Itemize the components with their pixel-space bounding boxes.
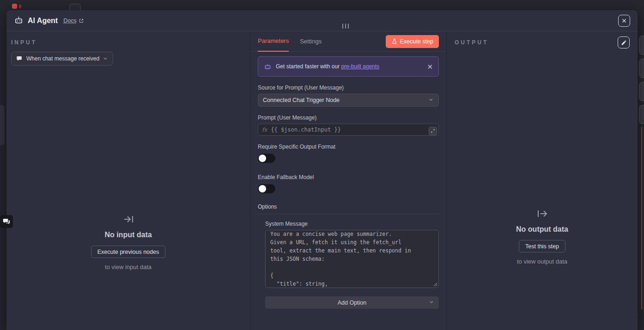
add-option-button[interactable]: Add Option xyxy=(265,296,439,309)
close-button[interactable] xyxy=(618,15,630,27)
canvas-stacked-card[interactable] xyxy=(639,82,644,101)
prompt-value: {{ $json.chatInput }} xyxy=(271,126,341,133)
chevron-down-icon xyxy=(429,299,434,306)
node-title: AI Agent xyxy=(28,17,58,25)
toggle-knob xyxy=(259,155,266,162)
require-output-toggle[interactable] xyxy=(258,154,275,163)
input-panel: INPUT When chat message received No inpu… xyxy=(6,31,250,330)
system-message-label: System Message xyxy=(265,221,439,227)
modal-header: AI Agent Docs xyxy=(6,10,638,31)
execute-step-button[interactable]: Execute step xyxy=(386,35,439,48)
flask-icon xyxy=(391,38,397,44)
toggle-knob xyxy=(259,185,266,192)
tab-settings[interactable]: Settings xyxy=(300,31,322,52)
input-empty-state: No input data Execute previous nodes to … xyxy=(6,214,250,270)
edit-output-button[interactable] xyxy=(618,36,630,48)
prompt-label: Prompt (User Message) xyxy=(258,114,439,121)
add-option-label: Add Option xyxy=(338,300,367,306)
prebuilt-agents-banner: Get started faster with our pre-built ag… xyxy=(258,56,439,77)
app-screen: AI Agent Docs INPUT xyxy=(0,0,644,330)
require-output-label: Require Specific Output Format xyxy=(258,144,439,150)
execute-step-label: Execute step xyxy=(400,38,433,45)
input-source-select[interactable]: When chat message received xyxy=(11,52,113,66)
panel-drag-handle[interactable] xyxy=(342,24,349,29)
docs-link-label: Docs xyxy=(63,18,76,24)
prompt-input[interactable]: fx {{ $json.chatInput }} xyxy=(258,124,439,136)
output-panel-label: OUTPUT xyxy=(455,39,488,46)
fallback-model-label: Enable Fallback Model xyxy=(258,174,439,180)
external-link-icon xyxy=(79,18,84,24)
options-section-label: Options xyxy=(258,204,439,210)
canvas-stacked-card[interactable] xyxy=(639,105,644,124)
expand-expression-button[interactable] xyxy=(429,127,437,135)
output-empty-state: No output data Test this step to view ou… xyxy=(447,208,638,265)
tab-parameters[interactable]: Parameters xyxy=(258,31,289,52)
output-empty-title: No output data xyxy=(516,225,568,234)
close-icon xyxy=(621,18,627,24)
input-panel-label: INPUT xyxy=(11,39,37,46)
parameters-panel: Parameters Settings Execute step xyxy=(250,31,447,330)
robot-icon xyxy=(14,16,24,25)
source-select[interactable]: Connected Chat Trigger Node xyxy=(258,94,439,107)
execute-previous-nodes-button[interactable]: Execute previous nodes xyxy=(91,246,165,258)
input-source-label: When chat message received xyxy=(26,55,99,62)
fallback-model-toggle[interactable] xyxy=(258,184,275,193)
system-message-textarea[interactable]: You are a concise web page summarizer. G… xyxy=(265,230,439,288)
canvas-stacked-card[interactable] xyxy=(639,59,644,78)
resize-handle[interactable] xyxy=(433,282,437,287)
expand-icon xyxy=(431,129,435,133)
canvas-connection-line xyxy=(641,127,642,309)
output-panel: OUTPUT No output data Test this step to … xyxy=(447,31,638,330)
canvas-node-edge xyxy=(0,105,5,145)
input-empty-title: No input data xyxy=(104,231,152,239)
docs-link[interactable]: Docs xyxy=(63,18,84,24)
node-details-modal: AI Agent Docs INPUT xyxy=(6,10,638,330)
output-empty-hint: to view output data xyxy=(517,258,567,265)
chat-icon xyxy=(16,55,23,62)
chat-toggle-button[interactable] xyxy=(0,215,13,228)
chevron-down-icon xyxy=(428,97,434,104)
test-this-step-button[interactable]: Test this step xyxy=(519,240,565,252)
chat-bubbles-icon xyxy=(3,218,10,225)
robot-icon-purple xyxy=(264,63,272,71)
fx-icon: fx xyxy=(262,126,267,133)
source-prompt-label: Source for Prompt (User Message) xyxy=(258,84,439,91)
canvas-error-indicator-2 xyxy=(19,5,21,8)
options-divider xyxy=(258,214,439,214)
output-arrow-icon xyxy=(537,208,548,219)
canvas-stacked-card[interactable] xyxy=(639,36,644,55)
system-message-value: You are a concise web page summarizer. G… xyxy=(270,230,434,288)
input-empty-hint: to view input data xyxy=(105,264,152,270)
banner-close-icon[interactable]: ✕ xyxy=(427,63,433,70)
source-select-value: Connected Chat Trigger Node xyxy=(263,97,340,103)
prebuilt-agents-link[interactable]: pre-built agents xyxy=(341,63,379,70)
chevron-down-icon xyxy=(103,56,108,61)
banner-text: Get started faster with our pre-built ag… xyxy=(276,63,379,70)
parameters-scroll-area: Get started faster with our pre-built ag… xyxy=(250,52,446,330)
tabbar: Parameters Settings Execute step xyxy=(250,31,446,52)
input-arrow-icon xyxy=(123,214,134,225)
pencil-icon xyxy=(621,40,627,46)
canvas-error-indicator xyxy=(12,4,17,9)
